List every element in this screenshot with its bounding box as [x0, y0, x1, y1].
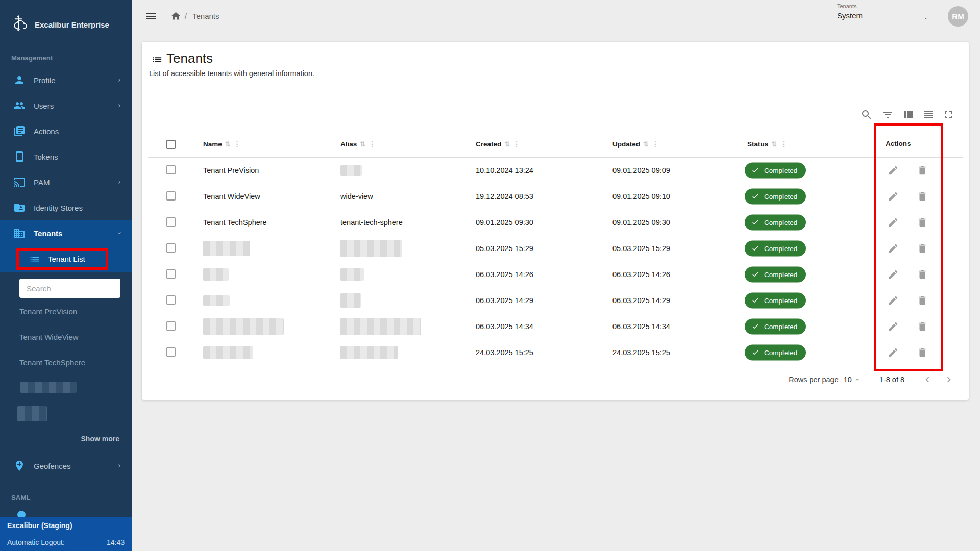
- columns-icon[interactable]: [902, 109, 914, 121]
- chevron-down-icon: [116, 230, 122, 236]
- check-icon: [751, 218, 760, 227]
- tenant-scope-select[interactable]: Tenants System: [837, 3, 944, 20]
- table-row[interactable]: Tenant PreVision 10.10.2024 13:24 09.01.…: [142, 157, 969, 183]
- search-icon[interactable]: [861, 109, 873, 121]
- edit-icon[interactable]: [888, 191, 899, 202]
- delete-icon[interactable]: [917, 243, 928, 254]
- sidebar-tenant-link[interactable]: Tenant PreVision: [19, 307, 77, 316]
- row-checkbox[interactable]: [166, 243, 176, 253]
- sort-icon[interactable]: ⇅: [504, 140, 510, 148]
- tenant-select-label: Tenants: [837, 3, 944, 9]
- edit-icon[interactable]: [888, 295, 899, 306]
- delete-icon[interactable]: [917, 347, 928, 358]
- delete-icon[interactable]: [917, 191, 928, 202]
- sort-icon[interactable]: ⇅: [225, 140, 231, 148]
- user-avatar[interactable]: RM: [948, 6, 968, 27]
- menu-hamburger-icon[interactable]: [145, 10, 157, 22]
- edit-icon[interactable]: [888, 165, 899, 176]
- table-row[interactable]: 24.03.2025 15:25 24.03.2025 15:25 Comple…: [142, 339, 969, 365]
- table-row[interactable]: Tenant WideView wide-view 19.12.2024 08:…: [142, 183, 969, 209]
- sidebar-item-users[interactable]: Users: [0, 93, 132, 118]
- sidebar-item-pam[interactable]: PAM: [0, 169, 132, 195]
- sidebar-tenant-link[interactable]: Tenant TechSphere: [19, 358, 85, 367]
- redacted-name: [203, 346, 253, 359]
- column-menu-icon[interactable]: ⋮: [234, 140, 241, 148]
- check-icon: [751, 296, 760, 305]
- row-checkbox[interactable]: [166, 321, 176, 331]
- redacted-tenant-link[interactable]: [17, 406, 47, 421]
- home-icon[interactable]: [170, 11, 181, 21]
- table-row[interactable]: 06.03.2025 14:29 06.03.2025 14:29 Comple…: [142, 287, 969, 313]
- column-header-actions: Actions: [886, 140, 911, 147]
- rows-per-page-select[interactable]: 10: [844, 375, 860, 384]
- redacted-name: [203, 241, 250, 256]
- page-subtitle: List of accessible tenants with general …: [149, 69, 314, 78]
- density-icon[interactable]: [922, 109, 935, 121]
- column-header-alias[interactable]: Alias ⇅ ⋮: [340, 140, 376, 148]
- column-menu-icon[interactable]: ⋮: [780, 140, 787, 148]
- app-title: Excalibur Enterprise: [35, 20, 109, 29]
- row-checkbox[interactable]: [166, 295, 176, 305]
- created-date: 06.03.2025 14:34: [476, 322, 533, 331]
- next-page-icon[interactable]: [943, 374, 954, 385]
- delete-icon[interactable]: [917, 165, 928, 176]
- tenant-alias: tenant-tech-sphere: [340, 218, 403, 227]
- select-all-checkbox[interactable]: [166, 140, 176, 149]
- table-row[interactable]: 06.03.2025 14:26 06.03.2025 14:26 Comple…: [142, 261, 969, 287]
- created-date: 09.01.2025 09:30: [476, 218, 533, 227]
- sort-icon[interactable]: ⇅: [643, 140, 649, 148]
- row-checkbox[interactable]: [166, 347, 176, 357]
- column-menu-icon[interactable]: ⋮: [369, 140, 376, 148]
- delete-icon[interactable]: [917, 217, 928, 228]
- column-header-created[interactable]: Created ⇅ ⋮: [476, 140, 520, 148]
- sidebar-item-profile[interactable]: Profile: [0, 67, 132, 93]
- updated-date: 05.03.2025 15:29: [612, 244, 670, 253]
- edit-icon[interactable]: [888, 217, 899, 228]
- column-header-name[interactable]: Name ⇅ ⋮: [203, 140, 241, 148]
- sidebar-item-identity-stores[interactable]: Identity Stores: [0, 195, 132, 220]
- delete-icon[interactable]: [917, 269, 928, 280]
- sidebar-item-tokens[interactable]: Tokens: [0, 144, 132, 169]
- list-icon: [29, 253, 40, 264]
- status-badge: Completed: [745, 344, 806, 360]
- sidebar-item-geofences[interactable]: Geofences: [0, 453, 132, 479]
- edit-icon[interactable]: [888, 269, 899, 280]
- delete-icon[interactable]: [917, 295, 928, 306]
- sidebar-tenant-search-input[interactable]: [19, 279, 120, 298]
- column-menu-icon[interactable]: ⋮: [652, 140, 659, 148]
- table-row[interactable]: Tenant TechSphere tenant-tech-sphere 09.…: [142, 209, 969, 235]
- sidebar-item-actions[interactable]: Actions: [0, 118, 132, 144]
- filter-icon[interactable]: [881, 109, 894, 121]
- dropdown-caret-icon: [923, 15, 929, 21]
- sidebar-item-tenants[interactable]: Tenants: [0, 220, 132, 246]
- rows-per-page-label: Rows per page: [789, 375, 839, 384]
- sort-icon[interactable]: ⇅: [771, 140, 777, 148]
- sort-icon[interactable]: ⇅: [360, 140, 365, 148]
- column-header-status[interactable]: Status ⇅ ⋮: [747, 140, 787, 148]
- delete-icon[interactable]: [917, 321, 928, 332]
- previous-page-icon[interactable]: [922, 374, 933, 385]
- row-checkbox[interactable]: [166, 217, 176, 227]
- row-checkbox[interactable]: [166, 269, 176, 279]
- sidebar-tenant-link[interactable]: Tenant WideView: [19, 333, 79, 341]
- column-menu-icon[interactable]: ⋮: [513, 140, 520, 148]
- table-row[interactable]: 05.03.2025 15:29 05.03.2025 15:29 Comple…: [142, 235, 969, 261]
- redacted-alias: [340, 165, 362, 176]
- redacted-tenant-link[interactable]: [20, 382, 77, 393]
- edit-icon[interactable]: [888, 243, 899, 254]
- section-saml: SAML: [11, 494, 31, 502]
- edit-icon[interactable]: [888, 347, 899, 358]
- cast-icon: [13, 176, 26, 188]
- column-header-updated[interactable]: Updated ⇅ ⋮: [612, 140, 659, 148]
- edit-icon[interactable]: [888, 321, 899, 332]
- row-checkbox[interactable]: [166, 165, 176, 174]
- fullscreen-icon[interactable]: [942, 109, 954, 121]
- sidebar-item-tenant-list[interactable]: Tenant List: [0, 246, 132, 271]
- show-more-link[interactable]: Show more: [81, 435, 119, 443]
- status-badge: Completed: [745, 266, 806, 282]
- brand: Excalibur Enterprise: [0, 9, 132, 40]
- row-checkbox[interactable]: [166, 191, 176, 201]
- sidebar-item-label: Identity Stores: [34, 204, 83, 212]
- table-row[interactable]: 06.03.2025 14:34 06.03.2025 14:34 Comple…: [142, 313, 969, 339]
- updated-date: 06.03.2025 14:34: [612, 322, 670, 331]
